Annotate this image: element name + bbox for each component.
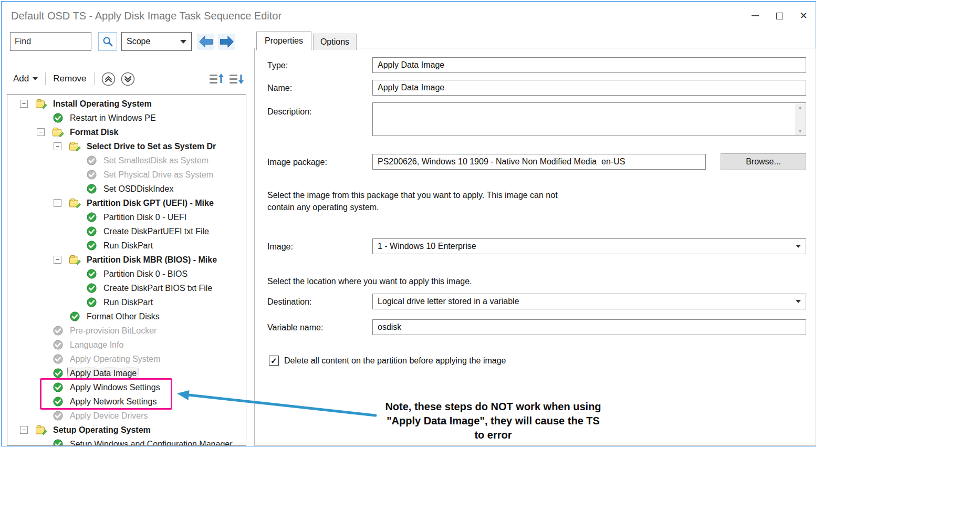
expand-groups-button[interactable] [229,72,244,85]
tree-item-run-diskpart[interactable]: Run DiskPart [7,295,246,309]
find-input[interactable] [10,32,91,51]
scroll-down-icon[interactable]: ▼ [798,129,802,134]
tree-item-label: Set OSDDiskIndex [101,184,175,194]
tree-item-label: Apply Device Drivers [68,411,150,421]
tree-item-language-info[interactable]: Language Info [7,338,246,352]
tree-item-pre-provision-bitlocker[interactable]: Pre-provision BitLocker [7,324,246,338]
description-scrollbar[interactable]: ▲ ▼ [795,103,805,135]
expand-groups-icon [229,72,244,85]
tree-item-apply-operating-system[interactable]: Apply Operating System [7,352,246,366]
step-enabled-icon [52,113,64,123]
close-icon: ✕ [799,10,807,22]
task-sequence-editor-window: Default OSD TS - Apply Disk Image Task S… [1,1,816,446]
tree-item-apply-data-image[interactable]: Apply Data Image [7,366,246,380]
name-input[interactable] [372,80,806,96]
tree-item-partition-disk-mbr-bios-mike[interactable]: −Partition Disk MBR (BIOS) - Mike [7,253,246,267]
type-input[interactable] [372,57,806,73]
tab-options[interactable]: Options [313,34,357,50]
chevron-down-icon [796,245,801,248]
search-button[interactable] [98,32,117,51]
tree-item-label: Format Disk [68,127,120,138]
image-package-input[interactable] [372,154,706,170]
tree-item-label: Apply Windows Settings [68,382,162,393]
circled-chevron-up-icon [101,72,116,86]
step-disabled-icon [86,170,98,180]
add-button[interactable]: Add [10,71,41,86]
tree-item-partition-disk-gpt-uefi-mike[interactable]: −Partition Disk GPT (UEFI) - Mike [7,196,246,210]
description-label: Description: [267,107,311,117]
remove-button[interactable]: Remove [50,71,89,86]
circled-chevron-down-icon [121,72,135,86]
tree-item-install-operating-system[interactable]: −Install Operating System [7,97,246,111]
step-enabled-icon [86,226,98,237]
scroll-up-icon[interactable]: ▲ [798,105,802,110]
collapse-expander-icon[interactable]: − [20,100,28,108]
collapse-expander-icon[interactable]: − [54,256,61,264]
variable-name-input[interactable] [372,319,806,335]
tree-item-setup-operating-system[interactable]: −Setup Operating System [7,423,246,437]
remove-button-label: Remove [53,74,86,84]
minimize-icon [752,15,759,16]
image-dropdown[interactable]: 1 - Windows 10 Enterprise [372,238,806,254]
close-button[interactable]: ✕ [791,2,816,30]
image-label: Image: [267,242,293,252]
search-icon [102,36,113,47]
step-enabled-icon [52,397,64,407]
forward-button[interactable] [218,34,235,50]
tree-item-label: Install Operating System [51,99,154,109]
tree-item-set-physical-drive-as-system[interactable]: Set Physical Drive as System [7,168,246,182]
destination-dropdown-value: Logical drive letter stored in a variabl… [378,297,519,306]
tree-item-setup-windows-and-configuration-manager[interactable]: Setup Windows and Configuration Manager [7,437,246,446]
toolbar-separator [94,72,95,85]
tree-item-create-diskpartuefi-txt-file[interactable]: Create DiskPartUEFI txt File [7,224,246,238]
annotation-note: Note, these steps do NOT work when using… [332,400,654,442]
tree-item-apply-windows-settings[interactable]: Apply Windows Settings [7,380,246,394]
tree-item-label: Partition Disk 0 - UEFI [101,212,189,223]
tree-item-label: Create DiskPartUEFI txt File [101,226,211,237]
image-package-label: Image package: [267,158,327,167]
move-step-up-button[interactable] [101,72,116,86]
image-help-text: Select the image from this package that … [267,189,558,213]
group-icon [69,255,81,265]
maximize-button[interactable] [767,2,791,30]
tree-item-label: Apply Operating System [68,354,163,365]
back-arrow-icon [198,35,214,49]
tree-item-label: Setup Operating System [51,425,153,435]
browse-button[interactable]: Browse... [721,153,806,170]
tree-item-set-smallestdisk-as-system[interactable]: Set SmallestDisk as System [7,153,246,168]
collapse-expander-icon[interactable]: − [37,128,45,136]
step-enabled-icon [86,297,98,308]
destination-dropdown[interactable]: Logical drive letter stored in a variabl… [372,294,806,309]
step-disabled-icon [52,340,64,350]
group-icon [52,127,64,138]
collapse-expander-icon[interactable]: − [54,199,61,207]
tree-item-create-diskpart-bios-txt-file[interactable]: Create DiskPart BIOS txt File [7,281,246,295]
tree-item-apply-device-drivers[interactable]: Apply Device Drivers [7,409,246,423]
delete-content-checkbox[interactable]: ✓ [269,356,279,366]
move-step-down-button[interactable] [121,72,135,86]
tree-item-select-drive-to-set-as-system-dr[interactable]: −Select Drive to Set as System Dr [7,139,246,153]
back-button[interactable] [197,34,214,50]
tree-item-label: Restart in Windows PE [68,113,158,123]
step-enabled-icon [86,283,98,294]
tree-item-set-osddiskindex[interactable]: Set OSDDiskIndex [7,182,246,196]
tree-item-run-diskpart[interactable]: Run DiskPart [7,238,246,253]
tree-item-partition-disk-0-uefi[interactable]: Partition Disk 0 - UEFI [7,210,246,224]
tree-item-apply-network-settings[interactable]: Apply Network Settings [7,394,246,409]
minimize-button[interactable] [743,2,767,30]
tree-item-format-disk[interactable]: −Format Disk [7,125,246,139]
tab-properties[interactable]: Properties [256,32,311,50]
tree-item-restart-in-windows-pe[interactable]: Restart in Windows PE [7,111,246,125]
description-textarea[interactable]: ▲ ▼ [372,102,806,136]
scope-dropdown-value: Scope [127,37,150,46]
collapse-expander-icon[interactable]: − [54,142,61,150]
tree-item-label: Format Other Disks [85,311,162,322]
tree-item-partition-disk-0-bios[interactable]: Partition Disk 0 - BIOS [7,267,246,281]
tree-item-label: Set SmallestDisk as System [101,155,211,166]
tree-item-format-other-disks[interactable]: Format Other Disks [7,309,246,324]
collapse-groups-button[interactable] [209,72,224,85]
step-enabled-icon [86,241,98,251]
collapse-expander-icon[interactable]: − [20,426,28,434]
scope-dropdown[interactable]: Scope [121,32,192,51]
tree-item-label: Setup Windows and Configuration Manager [68,439,235,446]
